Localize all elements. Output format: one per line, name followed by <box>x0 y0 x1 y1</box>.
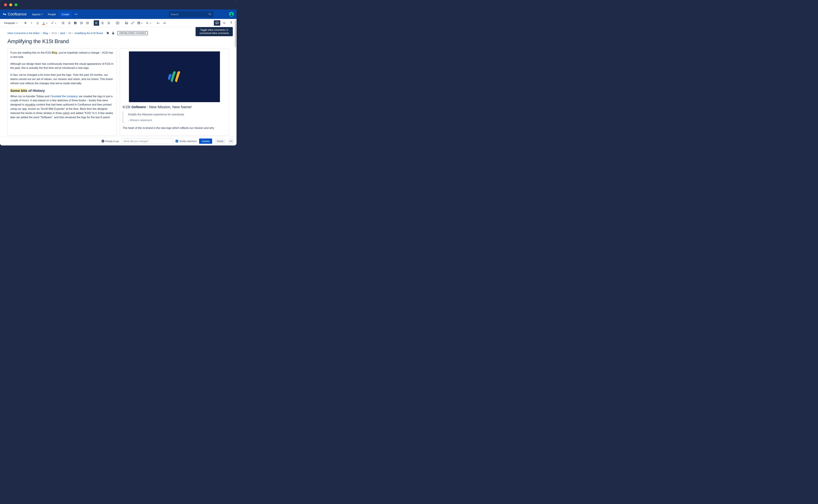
svg-rect-24 <box>86 22 89 22</box>
nav-people-label: People <box>48 13 56 16</box>
nav-spaces[interactable]: Spaces <box>30 12 44 17</box>
textcolor-button[interactable]: A <box>41 20 46 26</box>
breadcrumb-item[interactable]: Amplifying the K15t Brand <box>75 32 103 35</box>
close-button[interactable]: Close <box>215 139 226 144</box>
italic-button[interactable]: I <box>29 20 34 26</box>
update-button[interactable]: Update <box>199 139 212 144</box>
help-button[interactable] <box>215 13 218 16</box>
find-button[interactable] <box>222 20 227 26</box>
undo-button[interactable] <box>155 20 161 26</box>
link[interactable]: founded the company <box>51 95 77 98</box>
svg-rect-17 <box>69 23 70 23</box>
app-name: Confluence <box>8 12 27 16</box>
redo-button[interactable] <box>162 20 167 26</box>
footer-more-button[interactable] <box>228 138 234 144</box>
blockquote[interactable]: Amplify the Atlassian experience for eve… <box>123 111 226 123</box>
svg-point-8 <box>62 22 62 22</box>
align-left-button[interactable] <box>94 20 99 26</box>
heading[interactable]: Some bits of History <box>10 89 114 93</box>
svg-point-1 <box>76 14 76 15</box>
editor-footer: Ready to go Notify watchers Update Close <box>0 137 237 145</box>
change-summary-input[interactable] <box>121 138 173 144</box>
spellcheck-word[interactable]: visualize <box>25 103 35 106</box>
svg-rect-21 <box>80 22 83 22</box>
image-button[interactable] <box>124 20 129 26</box>
notify-watchers[interactable]: Notify watchers <box>176 140 197 143</box>
table-button[interactable] <box>136 20 141 26</box>
number-list-button[interactable]: 123 <box>66 20 72 26</box>
user-avatar[interactable] <box>229 12 234 17</box>
breadcrumb-item[interactable]: April <box>60 32 65 35</box>
heading[interactable]: K15t Software : New Mission, New Name! <box>123 105 226 109</box>
page-title[interactable]: Amplifying the K15t Brand <box>7 38 229 44</box>
bullet-list-button[interactable] <box>60 20 66 26</box>
search-icon <box>208 13 211 16</box>
notify-label: Notify watchers <box>180 140 197 143</box>
app-logo[interactable]: Confluence <box>3 12 27 16</box>
layout-button[interactable] <box>115 20 120 26</box>
tasklist-button[interactable] <box>73 20 78 26</box>
separator <box>21 21 21 25</box>
paragraph[interactable]: In fact, we've changed a lot more than j… <box>10 73 114 85</box>
breadcrumb-item: 09 <box>69 32 71 35</box>
svg-rect-28 <box>95 23 97 23</box>
chevron-down-icon <box>41 13 43 15</box>
traffic-zoom[interactable] <box>15 3 17 6</box>
inline-comment-highlight[interactable]: Some bits <box>10 89 27 93</box>
editor-help-button[interactable]: ? <box>228 20 234 26</box>
search-input[interactable] <box>171 13 207 16</box>
paragraph[interactable]: If you are reading this on the K15t Blog… <box>10 51 114 59</box>
create-button[interactable]: Create <box>59 12 72 17</box>
column-left[interactable]: If you are reading this on the K15t Blog… <box>7 48 117 135</box>
outdent-button[interactable] <box>79 20 84 26</box>
traffic-minimize[interactable] <box>9 3 12 6</box>
notify-checkbox[interactable] <box>176 140 178 142</box>
nav-people[interactable]: People <box>46 12 58 17</box>
avatar-icon <box>229 12 233 17</box>
search-box[interactable] <box>169 11 213 17</box>
paragraph[interactable]: The heart of the re-brand is the new log… <box>123 126 226 130</box>
breadcrumb-item[interactable]: Blog <box>43 32 48 35</box>
spellcheck-word[interactable]: colors <box>63 112 70 114</box>
nav-more-button[interactable] <box>73 11 79 17</box>
svg-rect-9 <box>63 22 64 22</box>
breadcrumb-root[interactable]: Inline Comments in the Editor <box>7 32 40 35</box>
insert-button[interactable] <box>144 20 150 26</box>
svg-rect-25 <box>87 23 89 23</box>
indent-button[interactable] <box>85 20 90 26</box>
svg-rect-39 <box>138 22 140 24</box>
bold-button[interactable]: B <box>23 20 28 26</box>
settings-button[interactable] <box>220 13 223 16</box>
restrictions-icon[interactable] <box>112 32 114 35</box>
style-select[interactable]: Paragraph <box>3 21 19 25</box>
svg-rect-20 <box>74 22 76 24</box>
scrollbar-thumb[interactable] <box>235 20 236 47</box>
svg-point-41 <box>107 32 108 33</box>
align-right-button[interactable] <box>106 20 111 26</box>
svg-rect-23 <box>80 24 83 24</box>
bell-icon <box>226 13 226 16</box>
brand-image[interactable] <box>129 51 220 102</box>
toggle-comments-button[interactable] <box>214 20 220 26</box>
notifications-button[interactable] <box>224 13 227 16</box>
gear-icon <box>221 13 221 16</box>
labels-icon[interactable] <box>107 32 109 35</box>
underline-button[interactable]: U <box>35 20 40 26</box>
paragraph[interactable]: When my co-founder Tobias and I founded … <box>10 94 114 120</box>
svg-point-2 <box>77 14 77 15</box>
chevron-down-icon <box>150 22 151 24</box>
align-center-button[interactable] <box>100 20 105 26</box>
svg-rect-32 <box>101 24 104 24</box>
inline-comment-highlight[interactable]: Blog <box>52 51 57 54</box>
traffic-close[interactable] <box>4 3 7 6</box>
paragraph[interactable]: Although our design team has continuousl… <box>10 62 114 70</box>
link-button[interactable] <box>130 20 135 26</box>
svg-rect-27 <box>95 22 98 22</box>
chevron-down-icon <box>46 22 48 24</box>
check-circle-icon <box>102 140 104 143</box>
editor-content[interactable]: Toggle inline comments | 3 unresolved in… <box>0 27 237 137</box>
svg-point-46 <box>232 141 232 142</box>
clearformat-button[interactable]: A✕ <box>49 20 55 26</box>
ellipsis-icon <box>75 14 77 15</box>
column-right[interactable]: K15t Software : New Mission, New Name! A… <box>120 48 229 135</box>
